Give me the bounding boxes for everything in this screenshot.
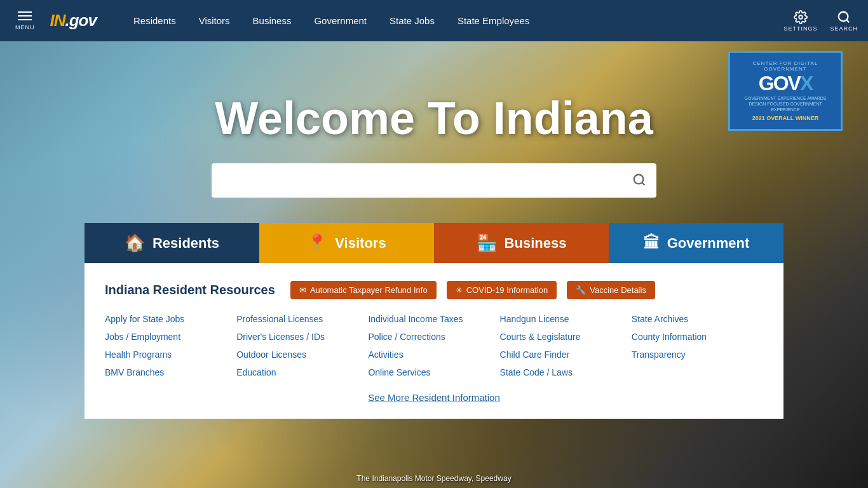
hero-title: Welcome To Indiana	[215, 92, 653, 144]
search-submit-button[interactable]	[632, 173, 646, 189]
link-professional-licenses[interactable]: Professional Licenses	[236, 312, 368, 326]
refund-label: Automatic Taxpayer Refund Info	[310, 285, 428, 295]
tab-business-label: Business	[505, 235, 567, 252]
link-driver-licenses[interactable]: Driver's Licenses / IDs	[236, 330, 368, 344]
link-education[interactable]: Education	[236, 365, 368, 379]
svg-line-2	[846, 20, 849, 22]
nav-links: Residents Visitors Business Government S…	[122, 10, 784, 31]
link-county-information[interactable]: County Information	[632, 330, 763, 344]
link-police-corrections[interactable]: Police / Corrections	[368, 330, 499, 344]
govx-winner: 2021 OVERALL WINNER	[740, 115, 831, 121]
link-bmv-branches[interactable]: BMV Branches	[105, 365, 236, 379]
link-activities[interactable]: Activities	[368, 348, 499, 362]
tab-government[interactable]: 🏛 Government	[609, 223, 783, 263]
tabs-row: 🏠 Residents 📍 Visitors 🏪 Business 🏛 Gove…	[85, 223, 783, 263]
vaccine-icon: 🔧	[576, 285, 586, 295]
covid-icon: ✳	[456, 285, 463, 295]
vaccine-label: Vaccine Details	[590, 285, 646, 295]
logo-in: IN	[50, 11, 65, 30]
nav-visitors[interactable]: Visitors	[187, 10, 241, 31]
links-col-1: Apply for State Jobs Jobs / Employment H…	[105, 312, 236, 379]
search-input[interactable]	[222, 175, 627, 186]
link-transparency[interactable]: Transparency	[632, 348, 763, 362]
settings-button[interactable]: SETTINGS	[783, 10, 817, 32]
link-handgun-license[interactable]: Handgun License	[500, 312, 632, 326]
photo-caption: The Indianapolis Motor Speedway, Speedwa…	[356, 474, 511, 483]
svg-point-0	[799, 15, 803, 19]
nav-right: SETTINGS SEARCH	[783, 10, 858, 32]
covid-label: COVID-19 Information	[466, 285, 548, 295]
tab-visitors-label: Visitors	[335, 235, 386, 252]
nav-state-jobs[interactable]: State Jobs	[378, 10, 446, 31]
link-courts-legislature[interactable]: Courts & Legislature	[500, 330, 632, 344]
govx-subtitle: GOVERNMENT EXPERIENCE AWARDSDESIGN FOCUS…	[740, 95, 831, 112]
link-health-programs[interactable]: Health Programs	[105, 348, 236, 362]
nav-state-employees[interactable]: State Employees	[446, 10, 541, 31]
visitors-icon: 📍	[307, 233, 327, 253]
govx-badge: CENTER FOR DIGITAL GOVERNMENT GOVX GOVER…	[728, 51, 843, 131]
link-state-code-laws[interactable]: State Code / Laws	[500, 365, 632, 379]
government-icon: 🏛	[643, 233, 660, 253]
links-grid: Apply for State Jobs Jobs / Employment H…	[105, 312, 763, 379]
settings-label: SETTINGS	[783, 25, 817, 32]
link-online-services[interactable]: Online Services	[368, 365, 499, 379]
business-icon: 🏪	[477, 233, 497, 253]
link-individual-income-taxes[interactable]: Individual Income Taxes	[368, 312, 499, 326]
link-child-care-finder[interactable]: Child Care Finder	[500, 348, 632, 362]
menu-label: MENU	[15, 24, 35, 30]
menu-button[interactable]: MENU	[10, 6, 40, 36]
logo[interactable]: IN.gov	[50, 11, 97, 30]
navbar: MENU IN.gov Residents Visitors Business …	[0, 0, 868, 41]
svg-line-4	[642, 182, 644, 185]
links-col-3: Individual Income Taxes Police / Correct…	[368, 312, 499, 379]
residents-icon: 🏠	[125, 233, 145, 253]
link-state-archives[interactable]: State Archives	[632, 312, 763, 326]
tabs-section: 🏠 Residents 📍 Visitors 🏪 Business 🏛 Gove…	[85, 223, 783, 419]
see-more: See More Resident Information	[105, 392, 763, 403]
refund-badge-button[interactable]: ✉ Automatic Taxpayer Refund Info	[290, 281, 437, 299]
see-more-link[interactable]: See More Resident Information	[368, 392, 500, 403]
refund-icon: ✉	[299, 285, 306, 295]
search-button[interactable]: SEARCH	[830, 10, 858, 32]
svg-point-3	[634, 174, 644, 184]
covid-badge-button[interactable]: ✳ COVID-19 Information	[447, 281, 557, 299]
content-panel: Indiana Resident Resources ✉ Automatic T…	[85, 263, 783, 419]
link-jobs-employment[interactable]: Jobs / Employment	[105, 330, 236, 344]
link-outdoor-licenses[interactable]: Outdoor Licenses	[236, 348, 368, 362]
panel-header: Indiana Resident Resources ✉ Automatic T…	[105, 281, 763, 299]
links-col-4: Handgun License Courts & Legislature Chi…	[500, 312, 632, 379]
svg-point-1	[839, 11, 848, 21]
links-col-5: State Archives County Information Transp…	[632, 312, 763, 379]
links-col-2: Professional Licenses Driver's Licenses …	[236, 312, 368, 379]
tab-visitors[interactable]: 📍 Visitors	[259, 223, 434, 263]
search-label: SEARCH	[830, 25, 858, 32]
nav-business[interactable]: Business	[241, 10, 303, 31]
govx-text: GOVX	[740, 72, 831, 95]
link-apply-state-jobs[interactable]: Apply for State Jobs	[105, 312, 236, 326]
panel-title: Indiana Resident Resources	[105, 283, 275, 297]
nav-government[interactable]: Government	[302, 10, 378, 31]
govx-title: CENTER FOR DIGITAL GOVERNMENT	[740, 60, 831, 72]
search-bar	[212, 163, 656, 198]
tab-business[interactable]: 🏪 Business	[434, 223, 609, 263]
nav-residents[interactable]: Residents	[122, 10, 187, 31]
tab-residents[interactable]: 🏠 Residents	[85, 223, 259, 263]
vaccine-badge-button[interactable]: 🔧 Vaccine Details	[567, 281, 655, 299]
tab-residents-label: Residents	[153, 235, 219, 252]
tab-government-label: Government	[667, 235, 750, 252]
